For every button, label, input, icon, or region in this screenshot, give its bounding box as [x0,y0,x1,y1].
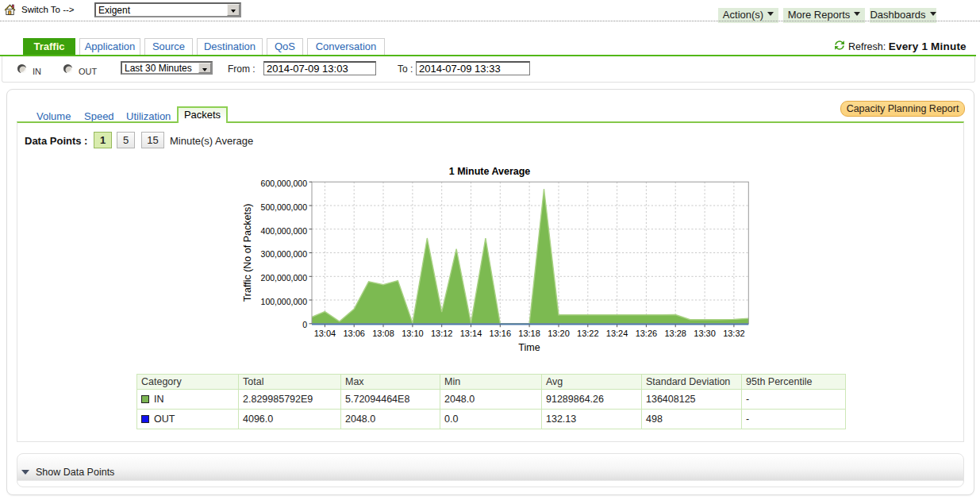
svg-text:600,000,000: 600,000,000 [261,179,308,188]
svg-text:500,000,000: 500,000,000 [261,202,308,212]
svg-text:0: 0 [302,320,307,329]
svg-text:Traffic (No of Packets): Traffic (No of Packets) [242,204,253,302]
svg-text:13:30: 13:30 [694,329,716,338]
svg-text:13:18: 13:18 [518,329,540,338]
svg-text:13:16: 13:16 [490,329,512,338]
svg-text:Time: Time [518,342,540,353]
svg-text:200,000,000: 200,000,000 [261,273,308,283]
svg-text:100,000,000: 100,000,000 [261,297,308,306]
svg-text:13:32: 13:32 [723,329,745,338]
svg-text:13:20: 13:20 [548,329,570,338]
svg-text:13:12: 13:12 [431,329,453,338]
svg-text:1 Minute Average: 1 Minute Average [449,166,531,177]
svg-text:13:14: 13:14 [460,329,482,338]
svg-text:13:04: 13:04 [314,329,336,338]
svg-text:13:26: 13:26 [636,329,658,338]
svg-text:13:24: 13:24 [606,329,628,338]
svg-text:13:06: 13:06 [343,329,365,338]
svg-text:300,000,000: 300,000,000 [261,249,308,259]
svg-text:13:08: 13:08 [372,329,394,338]
svg-text:400,000,000: 400,000,000 [261,226,308,236]
svg-text:13:10: 13:10 [402,329,424,338]
svg-text:13:28: 13:28 [664,329,686,338]
svg-text:13:22: 13:22 [577,329,599,338]
